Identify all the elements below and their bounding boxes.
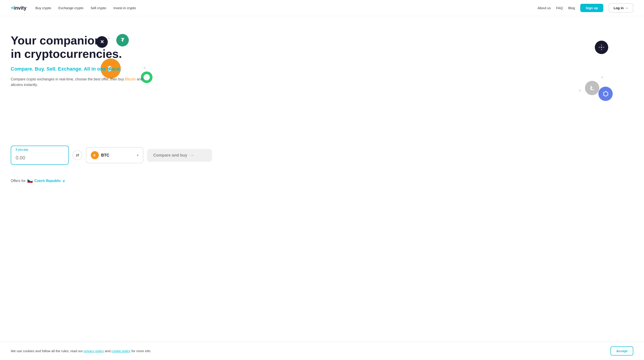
hero-subtitle: Compare. Buy. Sell. Exchange. All in one… [11,66,145,72]
hero-section: ✕ ₮ Ł ⬡ + + + + Your companion in crypto… [0,16,644,141]
svg-point-1 [599,47,600,48]
btc-svg [92,153,97,158]
logo-name: invity [14,5,26,11]
crypto-select-inner: BTC [91,151,109,159]
nav-left: Buy crypto Exchange crypto Sell crypto I… [35,6,136,10]
login-button[interactable]: Log in → [609,3,633,12]
country-flag-icon: 🇨🇿 [27,178,33,183]
nav-sell-crypto[interactable]: Sell crypto [90,6,106,10]
swap-button[interactable]: ⇄ [72,150,82,160]
network-svg [598,44,605,51]
nav-about-us[interactable]: About us [538,6,551,10]
crypto-chevron-icon: ▾ [137,154,138,157]
compare-buy-button[interactable]: Compare and buy → [147,149,212,162]
plus-decoration-3: + [578,88,582,94]
btc-icon-small [91,151,99,159]
offers-row: Offers for 🇨🇿 Czech Republic ∨ [0,174,644,192]
svg-point-2 [603,47,604,48]
exchange-widget: If you pay CZK ▾ ⇄ BTC ▾ Compare and [11,146,212,165]
swap-icon: ⇄ [76,153,79,158]
hero-title: Your companion in cryptocurrencies. [11,34,145,61]
logo-plus: + [11,5,14,11]
hero-content: Your companion in cryptocurrencies. Comp… [11,34,145,88]
crypto-selector[interactable]: BTC ▾ [86,147,143,163]
svg-point-4 [601,49,602,50]
crypto-label: BTC [101,153,109,158]
ethereum-coin-icon: ⬡ [598,87,613,101]
nav-blog[interactable]: Blog [568,6,575,10]
country-name: Czech Republic [34,179,61,183]
logo[interactable]: +invity [11,5,26,11]
pay-box: If you pay CZK ▾ [11,146,69,165]
nav-exchange-crypto[interactable]: Exchange crypto [58,6,84,10]
pay-label: If you pay [11,146,69,151]
signup-button[interactable]: Sign up [580,4,603,12]
svg-point-0 [600,46,602,48]
offers-label: Offers for [11,179,26,183]
login-label: Log in [614,6,624,10]
navbar: +invity Buy crypto Exchange crypto Sell … [0,0,644,16]
bitcoin-link[interactable]: Bitcoin [125,77,136,81]
compare-arrow-icon: → [190,153,194,158]
nav-faq[interactable]: FAQ [556,6,563,10]
amount-input[interactable] [11,151,69,164]
widget-section: If you pay CZK ▾ ⇄ BTC ▾ Compare and [0,141,644,174]
nav-right: About us FAQ Blog Sign up Log in → [538,3,633,12]
svg-point-3 [601,45,602,46]
plus-decoration-4: + [600,74,604,80]
dark-coin-icon [595,41,608,54]
nav-buy-crypto[interactable]: Buy crypto [35,6,51,10]
nav-invest-crypto[interactable]: Invest in crypto [113,6,136,10]
login-arrow-icon: → [625,6,628,10]
compare-label: Compare and buy [153,153,187,158]
hero-desc: Compare crypto exchanges in real-time, c… [11,76,145,88]
offers-chevron-icon: ∨ [62,179,65,183]
country-selector[interactable]: 🇨🇿 Czech Republic ∨ [27,178,65,183]
pay-input-wrapper: If you pay [11,146,69,164]
litecoin-coin-icon: Ł [585,81,599,95]
